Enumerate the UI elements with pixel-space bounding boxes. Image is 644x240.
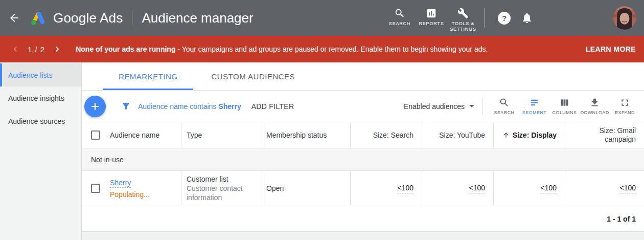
action-label: SEGMENT — [522, 110, 546, 115]
column-header-size-search[interactable]: Size: Search — [351, 122, 422, 148]
topbar-divider — [132, 10, 132, 26]
filter-value: Sherry — [218, 102, 241, 111]
sidebar: Audience lists Audience insights Audienc… — [0, 62, 82, 240]
alert-message: None of your ads are running - Your camp… — [76, 45, 488, 53]
active-filter-chip[interactable]: Audience name containsSherry — [138, 102, 241, 111]
audience-status-dropdown[interactable]: Enabled audiences — [404, 102, 474, 111]
topbar-vertical-divider — [484, 8, 485, 28]
column-header-membership-status[interactable]: Membership status — [262, 122, 351, 148]
alert-message-bold: None of your ads are running — [76, 45, 175, 53]
cell-membership-status: Open — [262, 171, 351, 206]
sidebar-item-audience-lists[interactable]: Audience lists — [0, 63, 81, 86]
segment-icon — [529, 97, 540, 108]
topbar-search-label: SEARCH — [389, 21, 410, 27]
avatar[interactable] — [613, 6, 636, 30]
chevron-down-icon — [469, 105, 474, 107]
column-header-size-gmail-campaign[interactable]: Size: Gmail campaign — [565, 122, 644, 148]
size-search-value: <100 — [397, 184, 413, 193]
arrow-back-icon — [8, 12, 20, 24]
audience-name-link[interactable]: Sherry — [110, 179, 131, 188]
page-body: Audience lists Audience insights Audienc… — [0, 62, 644, 240]
tab-bar: REMARKETING CUSTOM AUDIENCES — [82, 62, 644, 91]
column-header-size-youtube[interactable]: Size: YouTube — [422, 122, 494, 148]
topbar: Google Ads Audience manager SEARCH REPOR… — [0, 0, 644, 36]
columns-icon — [559, 97, 570, 108]
tab-label: CUSTOM AUDIENCES — [212, 72, 295, 81]
action-label: EXPAND — [615, 110, 635, 115]
toolbar-divider — [482, 98, 483, 115]
table-footer: 1 - 1 of 1 — [82, 206, 644, 232]
search-icon — [394, 8, 405, 19]
membership-status-value: Open — [266, 184, 284, 192]
back-button[interactable] — [8, 12, 20, 24]
sidebar-item-label: Audience insights — [8, 94, 64, 102]
action-label: DOWNLOAD — [580, 110, 609, 115]
sidebar-item-audience-insights[interactable]: Audience insights — [0, 86, 81, 110]
page-title: Audience manager — [142, 10, 253, 26]
add-filter-button[interactable]: ADD FILTER — [251, 102, 294, 111]
google-ads-logo[interactable] — [29, 9, 48, 27]
cell-size-youtube: <100 — [422, 171, 494, 206]
filter-prefix: Audience name contains — [138, 102, 216, 111]
audience-name-stack: Sherry Populating... — [110, 179, 150, 199]
cell-type: Customer list Customer contact informati… — [181, 171, 262, 206]
alert-banner: 1 / 2 None of your ads are running - You… — [0, 36, 644, 62]
wrench-icon — [457, 8, 469, 19]
notifications-button[interactable] — [521, 12, 533, 24]
bar-chart-icon — [426, 8, 437, 19]
chevron-left-icon — [10, 44, 20, 54]
google-ads-app: Google Ads Audience manager SEARCH REPOR… — [0, 0, 644, 240]
bell-icon — [521, 12, 533, 24]
topbar-left: Google Ads Audience manager — [8, 9, 254, 27]
filter-icon[interactable] — [121, 101, 131, 111]
segment-button[interactable]: SEGMENT — [519, 97, 549, 115]
alert-message-rest: - Your campaigns and ad groups are pause… — [175, 45, 488, 53]
columns-button[interactable]: COLUMNS — [549, 97, 580, 115]
topbar-reports-button[interactable]: REPORTS — [416, 5, 447, 31]
topbar-reports-label: REPORTS — [419, 21, 444, 27]
size-display-value: <100 — [540, 184, 557, 193]
column-header-size-display-sorted[interactable]: Size: Display — [494, 122, 565, 148]
column-label: Size: Display — [513, 131, 557, 139]
alert-pager: 1 / 2 — [28, 45, 45, 54]
topbar-search-button[interactable]: SEARCH — [384, 5, 416, 31]
sort-ascending-icon — [502, 132, 510, 139]
table-toolbar: + Audience name containsSherry ADD FILTE… — [82, 91, 644, 122]
download-button[interactable]: DOWNLOAD — [580, 97, 610, 115]
alert-prev-button[interactable] — [10, 44, 20, 54]
download-icon — [589, 97, 600, 108]
populating-status: Populating... — [110, 190, 150, 199]
column-label: Audience name — [110, 131, 159, 139]
column-label: Type — [181, 131, 202, 139]
sidebar-item-audience-sources[interactable]: Audience sources — [0, 110, 81, 133]
topbar-right: SEARCH REPORTS TOOLS & SETTINGS ? — [384, 5, 636, 31]
group-label: Not in-use — [91, 156, 124, 164]
cell-size-display: <100 — [494, 171, 565, 206]
select-all-checkbox[interactable] — [91, 130, 100, 140]
search-table-button[interactable]: SEARCH — [489, 97, 519, 115]
add-audience-button[interactable]: + — [84, 96, 106, 117]
type-stack: Customer list Customer contact informati… — [187, 174, 254, 202]
column-label: Size: YouTube — [439, 131, 485, 139]
alert-next-button[interactable] — [52, 44, 62, 54]
column-header-type[interactable]: Type — [181, 122, 262, 148]
learn-more-link[interactable]: LEARN MORE — [586, 45, 636, 53]
pagination-text: 1 - 1 of 1 — [607, 215, 636, 223]
question-mark-icon: ? — [502, 14, 507, 23]
column-header-audience-name[interactable]: Audience name — [82, 122, 181, 148]
group-row-not-in-use: Not in-use — [82, 148, 644, 171]
column-label: Membership status — [262, 131, 327, 139]
type-value: Customer list — [187, 174, 254, 184]
topbar-tools-settings-button[interactable]: TOOLS & SETTINGS — [447, 5, 479, 31]
cell-size-gmail: <100 — [565, 171, 644, 206]
type-detail: Customer contact information — [187, 184, 254, 202]
column-label: Size: Gmail campaign — [585, 126, 636, 144]
help-button[interactable]: ? — [498, 12, 511, 25]
table-header: Audience name Type Membership status Siz… — [82, 122, 644, 148]
tab-remarketing[interactable]: REMARKETING — [103, 62, 193, 90]
expand-button[interactable]: EXPAND — [610, 97, 640, 115]
tab-custom-audiences[interactable]: CUSTOM AUDIENCES — [193, 62, 314, 90]
row-checkbox[interactable] — [91, 184, 100, 193]
brand-name: Google Ads — [53, 10, 123, 26]
cell-size-search: <100 — [351, 171, 422, 206]
